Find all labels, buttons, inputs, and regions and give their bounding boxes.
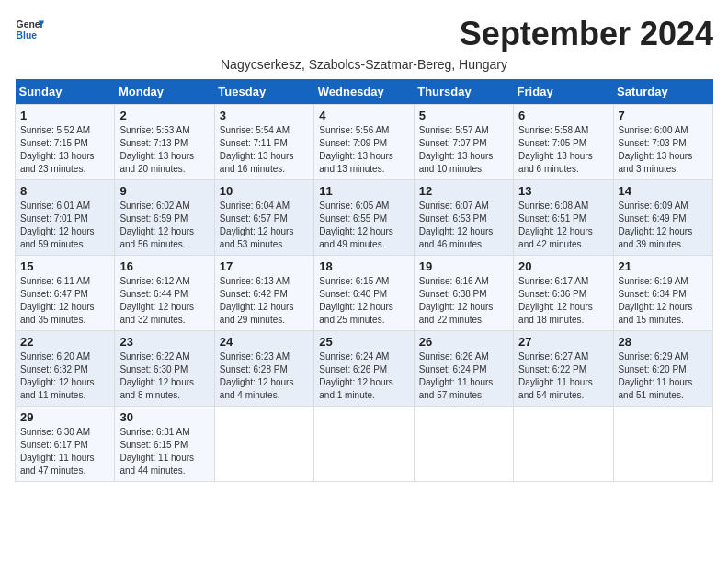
day-number: 10: [220, 184, 309, 198]
day-info: Sunrise: 6:08 AMSunset: 6:51 PMDaylight:…: [518, 201, 593, 249]
calendar-cell: 29Sunrise: 6:30 AMSunset: 6:17 PMDayligh…: [16, 407, 115, 482]
day-number: 12: [419, 184, 508, 198]
day-info: Sunrise: 6:16 AMSunset: 6:38 PMDaylight:…: [419, 276, 494, 325]
day-number: 4: [319, 109, 408, 122]
calendar-cell: 20Sunrise: 6:17 AMSunset: 6:36 PMDayligh…: [514, 256, 613, 331]
day-info: Sunrise: 6:07 AMSunset: 6:53 PMDaylight:…: [419, 201, 494, 249]
calendar-cell: 22Sunrise: 6:20 AMSunset: 6:32 PMDayligh…: [16, 331, 115, 407]
calendar-cell: 28Sunrise: 6:29 AMSunset: 6:20 PMDayligh…: [613, 331, 712, 407]
subtitle: Nagycserkesz, Szabolcs-Szatmar-Bereg, Hu…: [15, 57, 713, 72]
day-header-tuesday: Tuesday: [214, 79, 313, 105]
calendar-cell: 1Sunrise: 5:52 AMSunset: 7:15 PMDaylight…: [16, 105, 115, 180]
day-number: 5: [419, 109, 508, 122]
day-info: Sunrise: 6:05 AMSunset: 6:55 PMDaylight:…: [319, 201, 393, 249]
calendar-cell: 27Sunrise: 6:27 AMSunset: 6:22 PMDayligh…: [514, 331, 613, 407]
calendar-cell: 24Sunrise: 6:23 AMSunset: 6:28 PMDayligh…: [214, 331, 313, 407]
month-title: September 2024: [460, 15, 713, 53]
day-number: 15: [20, 259, 109, 273]
day-info: Sunrise: 6:31 AMSunset: 6:15 PMDaylight:…: [119, 427, 194, 476]
day-number: 28: [619, 335, 708, 349]
day-number: 13: [518, 184, 608, 198]
day-number: 26: [419, 335, 508, 349]
day-header-saturday: Saturday: [613, 79, 712, 105]
calendar-cell: 11Sunrise: 6:05 AMSunset: 6:55 PMDayligh…: [314, 180, 414, 256]
day-info: Sunrise: 6:11 AMSunset: 6:47 PMDaylight:…: [20, 276, 95, 325]
calendar-cell: 3Sunrise: 5:54 AMSunset: 7:11 PMDaylight…: [214, 105, 313, 180]
calendar-cell: [613, 407, 712, 482]
day-number: 16: [119, 259, 209, 273]
day-info: Sunrise: 5:57 AMSunset: 7:07 PMDaylight:…: [419, 125, 494, 174]
calendar-cell: 17Sunrise: 6:13 AMSunset: 6:42 PMDayligh…: [214, 256, 313, 331]
day-number: 2: [119, 109, 209, 122]
day-header-friday: Friday: [514, 79, 613, 105]
day-number: 19: [419, 259, 508, 273]
day-number: 1: [20, 109, 109, 122]
logo-icon: General Blue: [15, 15, 44, 44]
calendar-cell: 21Sunrise: 6:19 AMSunset: 6:34 PMDayligh…: [613, 256, 712, 331]
calendar-cell: 7Sunrise: 6:00 AMSunset: 7:03 PMDaylight…: [613, 105, 712, 180]
calendar-cell: 15Sunrise: 6:11 AMSunset: 6:47 PMDayligh…: [16, 256, 115, 331]
calendar-cell: 2Sunrise: 5:53 AMSunset: 7:13 PMDaylight…: [115, 105, 214, 180]
calendar-cell: 16Sunrise: 6:12 AMSunset: 6:44 PMDayligh…: [115, 256, 214, 331]
day-info: Sunrise: 6:02 AMSunset: 6:59 PMDaylight:…: [119, 201, 194, 249]
day-number: 9: [119, 184, 209, 198]
calendar-cell: 18Sunrise: 6:15 AMSunset: 6:40 PMDayligh…: [314, 256, 414, 331]
day-info: Sunrise: 6:12 AMSunset: 6:44 PMDaylight:…: [119, 276, 194, 325]
day-number: 23: [119, 335, 209, 349]
calendar-cell: 25Sunrise: 6:24 AMSunset: 6:26 PMDayligh…: [314, 331, 414, 407]
day-number: 24: [220, 335, 309, 349]
day-info: Sunrise: 6:29 AMSunset: 6:20 PMDaylight:…: [619, 351, 693, 400]
calendar-table: SundayMondayTuesdayWednesdayThursdayFrid…: [15, 79, 713, 482]
logo: General Blue: [15, 15, 48, 44]
calendar-cell: 30Sunrise: 6:31 AMSunset: 6:15 PMDayligh…: [115, 407, 214, 482]
calendar-cell: [414, 407, 513, 482]
day-header-sunday: Sunday: [16, 79, 115, 105]
day-info: Sunrise: 6:00 AMSunset: 7:03 PMDaylight:…: [619, 125, 693, 174]
day-info: Sunrise: 6:30 AMSunset: 6:17 PMDaylight:…: [20, 427, 95, 476]
day-info: Sunrise: 6:19 AMSunset: 6:34 PMDaylight:…: [619, 276, 693, 325]
day-info: Sunrise: 6:27 AMSunset: 6:22 PMDaylight:…: [518, 351, 593, 400]
calendar-cell: [314, 407, 414, 482]
svg-text:Blue: Blue: [17, 30, 38, 40]
day-number: 6: [518, 109, 608, 122]
day-info: Sunrise: 5:53 AMSunset: 7:13 PMDaylight:…: [119, 125, 194, 174]
day-info: Sunrise: 6:17 AMSunset: 6:36 PMDaylight:…: [518, 276, 593, 325]
day-info: Sunrise: 6:24 AMSunset: 6:26 PMDaylight:…: [319, 351, 393, 400]
day-info: Sunrise: 6:22 AMSunset: 6:30 PMDaylight:…: [119, 351, 194, 400]
calendar-cell: 8Sunrise: 6:01 AMSunset: 7:01 PMDaylight…: [16, 180, 115, 256]
day-number: 25: [319, 335, 408, 349]
day-info: Sunrise: 6:04 AMSunset: 6:57 PMDaylight:…: [220, 201, 294, 249]
calendar-cell: 13Sunrise: 6:08 AMSunset: 6:51 PMDayligh…: [514, 180, 613, 256]
day-number: 8: [20, 184, 109, 198]
day-number: 20: [518, 259, 608, 273]
day-number: 3: [220, 109, 309, 122]
calendar-cell: 23Sunrise: 6:22 AMSunset: 6:30 PMDayligh…: [115, 331, 214, 407]
day-info: Sunrise: 6:13 AMSunset: 6:42 PMDaylight:…: [220, 276, 294, 325]
day-number: 21: [619, 259, 708, 273]
day-number: 7: [619, 109, 708, 122]
calendar-cell: [514, 407, 613, 482]
calendar-cell: 26Sunrise: 6:26 AMSunset: 6:24 PMDayligh…: [414, 331, 513, 407]
day-number: 18: [319, 259, 408, 273]
day-info: Sunrise: 5:56 AMSunset: 7:09 PMDaylight:…: [319, 125, 393, 174]
calendar-cell: 12Sunrise: 6:07 AMSunset: 6:53 PMDayligh…: [414, 180, 513, 256]
calendar-cell: 9Sunrise: 6:02 AMSunset: 6:59 PMDaylight…: [115, 180, 214, 256]
day-header-wednesday: Wednesday: [314, 79, 414, 105]
day-header-monday: Monday: [115, 79, 214, 105]
day-info: Sunrise: 5:52 AMSunset: 7:15 PMDaylight:…: [20, 125, 95, 174]
day-info: Sunrise: 5:54 AMSunset: 7:11 PMDaylight:…: [220, 125, 294, 174]
day-info: Sunrise: 5:58 AMSunset: 7:05 PMDaylight:…: [518, 125, 593, 174]
day-number: 22: [20, 335, 109, 349]
calendar-cell: [214, 407, 313, 482]
day-info: Sunrise: 6:26 AMSunset: 6:24 PMDaylight:…: [419, 351, 494, 400]
calendar-cell: 14Sunrise: 6:09 AMSunset: 6:49 PMDayligh…: [613, 180, 712, 256]
calendar-cell: 19Sunrise: 6:16 AMSunset: 6:38 PMDayligh…: [414, 256, 513, 331]
calendar-cell: 10Sunrise: 6:04 AMSunset: 6:57 PMDayligh…: [214, 180, 313, 256]
day-info: Sunrise: 6:01 AMSunset: 7:01 PMDaylight:…: [20, 201, 95, 249]
day-number: 14: [619, 184, 708, 198]
day-number: 27: [518, 335, 608, 349]
calendar-cell: 4Sunrise: 5:56 AMSunset: 7:09 PMDaylight…: [314, 105, 414, 180]
day-info: Sunrise: 6:09 AMSunset: 6:49 PMDaylight:…: [619, 201, 693, 249]
day-number: 29: [20, 410, 109, 424]
day-number: 30: [119, 410, 209, 424]
